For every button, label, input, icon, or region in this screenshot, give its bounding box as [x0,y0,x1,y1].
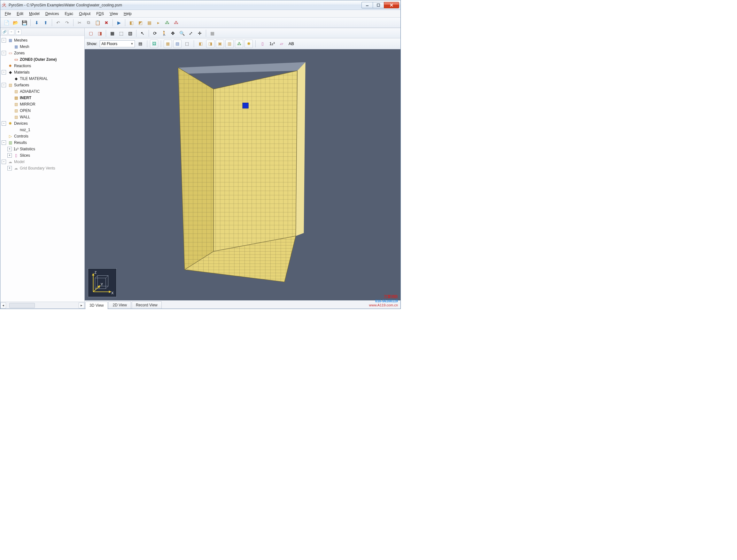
show-hole-button[interactable]: ▣ [216,40,224,48]
run-button[interactable]: ▶ [115,19,123,27]
export-button[interactable]: ⬆ [42,19,50,27]
tool-c-button[interactable]: ▦ [145,19,153,27]
menu-evac[interactable]: Evac [62,11,76,17]
link-toggle-button[interactable]: 🔗 [2,29,7,35]
undo-button[interactable]: ↶ [54,19,62,27]
collapse-icon[interactable]: − [2,121,6,126]
tree-node-open[interactable]: ▧OPEN [1,107,84,114]
show-obst-button[interactable]: ◧ [197,40,205,48]
show-mesh-button[interactable]: ▦ [164,40,172,48]
tool-d-button[interactable]: ▸ [154,19,162,27]
cut-button[interactable]: ✂ [75,19,84,27]
show-geometry-button[interactable]: 🖼 [150,40,158,48]
select-button[interactable]: ↖ [138,29,147,37]
expand-all-button[interactable]: + [16,29,21,35]
axis-gizmo[interactable]: Z Y X [88,268,117,297]
tree-node-surfaces[interactable]: −▧Surfaces [1,82,84,88]
scroll-thumb[interactable] [9,303,35,308]
minimize-button[interactable] [362,2,373,8]
copy-button[interactable]: ⧉ [84,19,93,27]
menu-model[interactable]: Model [27,11,42,17]
tree-node-zone0[interactable]: ▭ZONE0 (Outer Zone) [1,56,84,63]
expand-icon[interactable]: + [7,147,12,151]
close-button[interactable] [384,2,399,8]
model-tree[interactable]: −▦Meshes ▦Mesh −▭Zones ▭ZONE0 (Outer Zon… [0,36,84,302]
tab-2d-view[interactable]: 2D View [108,301,131,309]
collapse-icon[interactable]: − [2,70,6,75]
tree-node-controls[interactable]: ▷Controls [1,133,84,139]
redo-button[interactable]: ↷ [63,19,71,27]
pan-button[interactable]: ✥ [169,29,177,37]
menu-devices[interactable]: Devices [43,11,62,17]
tree-node-results[interactable]: −▥Results [1,139,84,146]
menu-help[interactable]: Help [121,11,134,17]
new-button[interactable]: 📄 [2,19,11,27]
tool-a-button[interactable]: ◧ [127,19,136,27]
show-devices-button[interactable]: ✺ [245,40,253,48]
expand-icon[interactable]: + [7,153,12,158]
collapse-icon[interactable]: − [2,83,6,87]
zoom-button[interactable]: 🔍 [178,29,186,37]
tree-node-meshes[interactable]: −▦Meshes [1,37,84,43]
floor-selector[interactable]: All Floors ▼ [100,40,135,47]
save-button[interactable]: 💾 [20,19,28,27]
tab-record-view[interactable]: Record View [132,301,162,309]
collapse-icon[interactable]: − [2,140,6,145]
focus-button[interactable]: ✛ [196,29,204,37]
tree-node-reactions[interactable]: ✸Reactions [1,63,84,69]
paste-button[interactable]: 📋 [93,19,102,27]
open-button[interactable]: 📂 [11,19,20,27]
delete-button[interactable]: ✖ [102,19,111,27]
tree-node-materials[interactable]: −◆Materials [1,69,84,75]
tool-e-button[interactable]: ⁂ [163,19,171,27]
scroll-right-icon[interactable]: ► [79,303,84,308]
tree-node-slices[interactable]: +▯Slices [1,152,84,159]
show-bounds-button[interactable]: ▱ [278,40,286,48]
tool-b-button[interactable]: ◩ [136,19,145,27]
grid-snap-button[interactable]: ▦ [208,29,216,37]
maximize-button[interactable] [372,2,384,8]
show-obst-solid-button[interactable]: ◨ [206,40,215,48]
import-button[interactable]: ⬇ [33,19,41,27]
show-slices-button[interactable]: ▯ [258,40,267,48]
expand-icon[interactable]: + [7,166,12,170]
tree-node-inert[interactable]: ▧INERT [1,95,84,101]
zoom-extents-button[interactable]: ⤢ [187,29,195,37]
tab-3d-view[interactable]: 3D View [85,302,108,309]
show-outline-button[interactable]: ⬚ [183,40,191,48]
mesh-toggle-button[interactable]: ▦ [108,29,116,37]
tree-node-grid-boundary-vents[interactable]: +☁Grid Boundary Vents [1,165,84,171]
scroll-left-icon[interactable]: ◄ [0,303,6,308]
wireframe-button[interactable]: ▢ [87,29,95,37]
navigator-hscroll[interactable]: ◄ ► [0,302,84,309]
show-vent-button[interactable]: ▥ [225,40,234,48]
collapse-icon[interactable]: − [2,51,6,55]
show-stats-button[interactable]: 1₂³ [268,40,276,48]
show-particles-button[interactable]: ⁂ [235,40,243,48]
tool-f-button[interactable]: ⁂ [172,19,180,27]
viewport-3d[interactable]: Z Y X [85,49,400,300]
tree-node-tile-material[interactable]: ◆TILE MATERIAL [1,75,84,82]
collapse-icon[interactable]: − [2,160,6,164]
show-labels-button[interactable]: AB [287,40,295,48]
tree-node-model[interactable]: −☁Model [1,159,84,165]
show-mesh-solid-button[interactable]: ▨ [173,40,182,48]
wire-toggle-button[interactable]: ⬚ [117,29,125,37]
orbit-button[interactable]: ⟳ [151,29,159,37]
menu-edit[interactable]: Edit [14,11,26,17]
walk-button[interactable]: 🚶 [160,29,168,37]
menu-file[interactable]: File [2,11,13,17]
tree-node-zones[interactable]: −▭Zones [1,50,84,56]
tree-node-statistics[interactable]: +1₂³Statistics [1,146,84,152]
tree-node-adiabatic[interactable]: ▧ADIABATIC [1,88,84,95]
solid-button[interactable]: ◨ [96,29,104,37]
menu-fds[interactable]: FDS [94,11,106,17]
floor-config-button[interactable]: ▤ [136,40,145,48]
tree-node-devices[interactable]: −✺Devices [1,120,84,127]
collapse-icon[interactable]: − [2,38,6,43]
tree-node-mirror[interactable]: ▧MIRROR [1,101,84,107]
tree-node-noz1[interactable]: noz_1 [1,127,84,133]
shade-toggle-button[interactable]: ▧ [126,29,134,37]
collapse-all-button[interactable]: − [9,29,14,35]
menu-view[interactable]: View [107,11,121,17]
